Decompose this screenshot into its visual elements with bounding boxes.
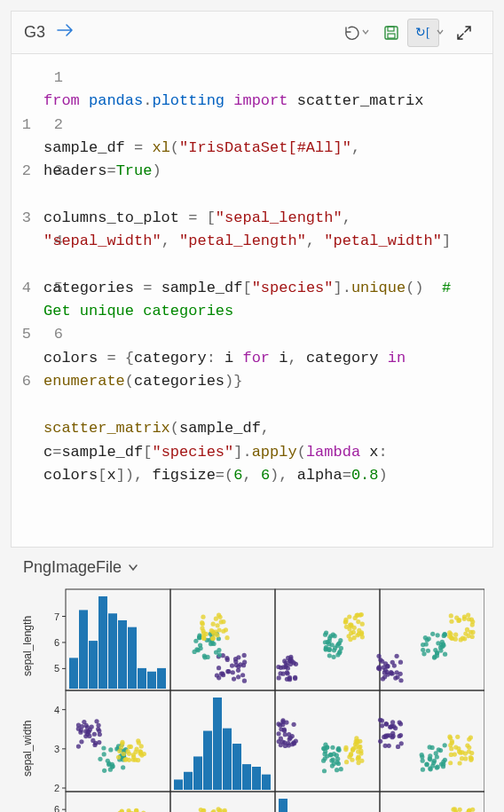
svg-point-180 [352, 626, 357, 630]
output-block: PngImageFile sepal_length sepal_width pe… [12, 558, 492, 812]
convert-button[interactable]: ↻[ ] [407, 19, 439, 47]
svg-point-150 [331, 632, 335, 636]
svg-point-273 [454, 615, 459, 619]
svg-point-268 [466, 634, 470, 638]
svg-point-534 [469, 756, 474, 761]
svg-point-511 [436, 764, 440, 769]
svg-point-100 [216, 623, 220, 627]
svg-point-454 [349, 752, 353, 756]
svg-point-362 [127, 745, 131, 749]
svg-point-225 [436, 633, 440, 637]
svg-point-289 [79, 739, 83, 744]
svg-rect-14 [98, 596, 107, 689]
svg-point-97 [215, 633, 219, 637]
svg-rect-373 [223, 729, 232, 790]
svg-point-34 [226, 669, 231, 674]
svg-rect-724 [275, 792, 380, 812]
chevron-down-icon [127, 561, 139, 573]
svg-point-123 [287, 676, 291, 681]
output-type-label[interactable]: PngImageFile [23, 558, 492, 577]
svg-point-518 [430, 763, 435, 768]
line-gutter: 1 2 3 4 5 6 [12, 67, 43, 534]
svg-point-509 [429, 745, 434, 750]
chart-svg: 567234246 [23, 584, 484, 812]
svg-point-398 [292, 722, 296, 727]
svg-point-317 [98, 757, 102, 761]
svg-rect-374 [232, 744, 241, 790]
code-editor[interactable]: 1 2 3 4 5 6 1 2 3 4 5 6 from pandas.plot… [12, 54, 492, 547]
svg-point-819 [451, 807, 455, 811]
svg-point-456 [356, 761, 360, 765]
svg-point-361 [136, 758, 140, 762]
svg-point-493 [443, 743, 447, 747]
svg-point-542 [447, 734, 452, 738]
svg-point-501 [421, 758, 425, 762]
svg-rect-1 [388, 27, 394, 31]
svg-point-547 [449, 746, 453, 751]
svg-rect-20 [157, 668, 166, 689]
code-content[interactable]: from pandas.plotting import scatter_matr… [43, 67, 484, 534]
svg-point-229 [423, 635, 428, 640]
svg-point-113 [278, 671, 282, 675]
svg-point-310 [97, 740, 101, 745]
svg-point-261 [470, 622, 475, 627]
svg-point-95 [210, 636, 215, 641]
ylabel-petal-length: petal_length [23, 806, 34, 812]
svg-point-70 [194, 647, 199, 651]
svg-point-210 [393, 675, 398, 680]
svg-point-452 [356, 756, 360, 761]
svg-point-309 [83, 723, 88, 728]
svg-point-300 [94, 719, 98, 723]
svg-point-483 [380, 723, 384, 728]
svg-point-515 [428, 757, 432, 761]
svg-point-159 [327, 647, 332, 651]
svg-rect-725 [279, 799, 287, 812]
svg-point-257 [449, 613, 453, 618]
undo-chevron-icon[interactable] [361, 28, 370, 38]
svg-point-512 [438, 748, 443, 753]
svg-point-33 [232, 676, 236, 681]
svg-text:6: 6 [54, 804, 59, 812]
svg-point-431 [322, 769, 327, 773]
convert-chevron-icon[interactable] [436, 28, 445, 38]
svg-point-164 [356, 619, 360, 624]
svg-point-358 [116, 755, 121, 760]
svg-point-149 [323, 632, 327, 636]
svg-point-90 [214, 616, 218, 620]
svg-rect-17 [128, 627, 137, 689]
svg-point-208 [376, 654, 381, 658]
go-arrow-icon[interactable] [56, 22, 75, 43]
expand-button[interactable] [448, 19, 480, 47]
svg-point-73 [197, 635, 201, 640]
svg-point-496 [424, 762, 429, 767]
svg-point-291 [76, 744, 81, 748]
svg-text:7: 7 [54, 611, 59, 621]
svg-point-479 [384, 721, 389, 726]
svg-point-30 [236, 674, 240, 679]
svg-point-49 [230, 663, 234, 667]
svg-point-482 [397, 734, 401, 738]
svg-point-405 [282, 729, 287, 733]
svg-point-514 [432, 759, 437, 763]
svg-point-160 [335, 643, 340, 648]
svg-point-546 [467, 749, 471, 753]
svg-point-803 [458, 808, 462, 812]
svg-point-132 [287, 658, 292, 663]
svg-point-217 [385, 664, 390, 668]
svg-point-537 [467, 745, 471, 750]
svg-point-258 [449, 619, 453, 624]
svg-rect-13 [89, 641, 98, 689]
svg-text:6: 6 [54, 637, 59, 648]
svg-point-366 [117, 749, 122, 753]
ylabel-sepal-length: sepal_length [23, 602, 34, 690]
save-button[interactable] [375, 19, 407, 47]
svg-point-83 [201, 631, 206, 635]
svg-point-391 [276, 721, 280, 726]
svg-point-480 [378, 739, 382, 744]
svg-point-402 [284, 720, 288, 724]
svg-point-219 [377, 666, 382, 671]
svg-text:3: 3 [54, 744, 59, 754]
output-type-text: PngImageFile [23, 558, 122, 577]
svg-rect-11 [69, 658, 78, 689]
svg-text:↻[ ]: ↻[ ] [415, 26, 433, 39]
